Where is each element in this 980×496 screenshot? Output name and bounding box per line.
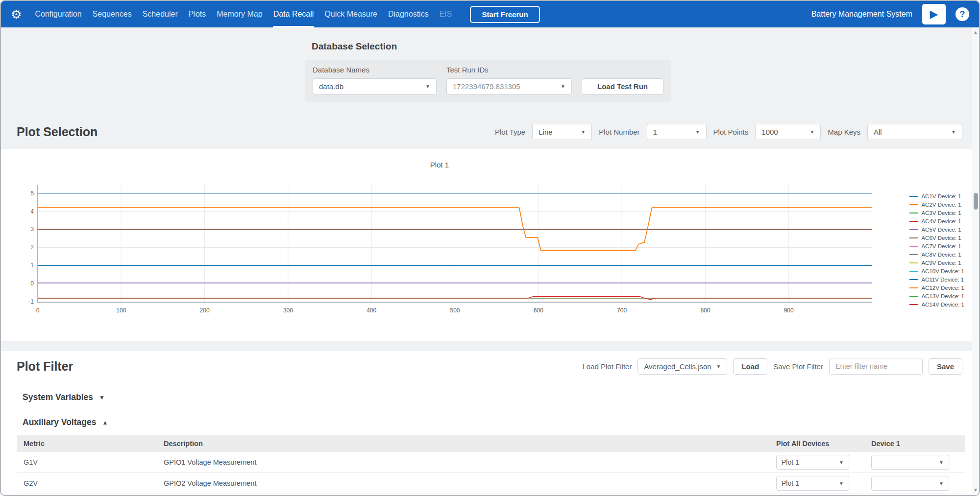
plot-all-devices-dropdown[interactable]: Plot 1▼ — [776, 455, 849, 470]
svg-text:5: 5 — [30, 190, 34, 197]
scrollbar-down-arrow-icon[interactable]: ▼ — [972, 486, 979, 494]
scrollbar-up-arrow-icon[interactable]: ▲ — [972, 28, 979, 36]
svg-text:200: 200 — [200, 307, 210, 314]
legend-swatch — [909, 262, 918, 263]
plot-filter-section: Plot Filter Load Plot Filter Averaged_Ce… — [1, 351, 979, 496]
legend-item[interactable]: AC9V Device: 1 — [909, 259, 964, 267]
legend-item[interactable]: AC2V Device: 1 — [909, 200, 964, 209]
database-selection-section: Database Selection Database Names data.d… — [1, 27, 979, 102]
legend-label: AC8V Device: 1 — [921, 252, 961, 258]
legend-item[interactable]: AC10V Device: 1 — [909, 267, 964, 275]
system-variables-toggle[interactable]: System Variables ▼ — [23, 392, 979, 402]
table-row: G3VGPIO3 Voltage MeasurementPlot 1▼▼ — [17, 494, 965, 496]
start-freerun-button[interactable]: Start Freerun — [470, 6, 539, 23]
legend-item[interactable]: AC14V Device: 1 — [909, 300, 964, 308]
nav-item-scheduler[interactable]: Scheduler — [137, 1, 183, 27]
dropdown-value: 1 — [653, 128, 657, 136]
svg-text:600: 600 — [534, 307, 543, 314]
plot-title: Plot 1 — [1, 161, 878, 169]
plot-points-dropdown[interactable]: 1000 ▼ — [755, 124, 821, 140]
legend-item[interactable]: AC7V Device: 1 — [909, 242, 964, 250]
legend-label: AC9V Device: 1 — [921, 260, 961, 266]
chevron-down-icon: ▼ — [809, 129, 814, 135]
nav-item-diagnostics[interactable]: Diagnostics — [383, 1, 434, 27]
map-keys-dropdown[interactable]: All ▼ — [867, 124, 962, 140]
svg-text:300: 300 — [283, 307, 293, 314]
nav-right-group: Battery Management System ▶ ? — [811, 4, 969, 24]
chevron-down-icon: ▼ — [695, 129, 700, 135]
legend-label: AC12V Device: 1 — [921, 285, 964, 291]
plot-selection-title: Plot Selection — [17, 125, 98, 139]
legend-item[interactable]: AC8V Device: 1 — [909, 250, 964, 259]
svg-text:0: 0 — [36, 307, 40, 314]
help-button[interactable]: ? — [956, 7, 969, 21]
line-chart[interactable]: 0100200300400500600700800900-1012345 — [9, 179, 878, 326]
plot-filter-header-row: Plot Filter Load Plot Filter Averaged_Ce… — [17, 358, 962, 375]
legend-item[interactable]: AC6V Device: 1 — [909, 234, 964, 242]
nav-item-plots[interactable]: Plots — [183, 1, 212, 27]
legend-item[interactable]: AC4V Device: 1 — [909, 217, 964, 225]
plot-all-devices-cell: Plot 1▼ — [769, 494, 864, 496]
table-header-row: Metric Description Plot All Devices Devi… — [17, 435, 965, 452]
auxiliary-voltages-table: Metric Description Plot All Devices Devi… — [17, 435, 965, 496]
scrollbar-thumb[interactable] — [974, 193, 978, 210]
database-names-field: Database Names data.db ▼ — [313, 66, 437, 94]
legend-item[interactable]: AC11V Device: 1 — [909, 275, 964, 283]
plot-all-devices-dropdown[interactable]: Plot 1▼ — [776, 476, 849, 491]
filter-name-input[interactable] — [829, 358, 923, 375]
chevron-down-icon: ▼ — [716, 364, 721, 369]
svg-text:100: 100 — [116, 307, 126, 314]
load-test-run-button[interactable]: Load Test Run — [582, 78, 663, 94]
plot-number-dropdown[interactable]: 1 ▼ — [647, 124, 707, 140]
test-run-ids-dropdown[interactable]: 1722394679.831305 ▼ — [446, 78, 572, 94]
device-1-cell: ▼ — [864, 494, 965, 496]
legend-item[interactable]: AC3V Device: 1 — [909, 209, 964, 217]
nav-item-data-recall[interactable]: Data Recall — [268, 1, 319, 27]
legend-label: AC2V Device: 1 — [921, 202, 961, 208]
plot-type-dropdown[interactable]: Line ▼ — [532, 124, 592, 140]
chevron-down-icon: ▼ — [561, 84, 565, 89]
load-filter-button[interactable]: Load — [733, 358, 767, 375]
run-play-button[interactable]: ▶ — [922, 4, 946, 24]
chevron-down-icon: ▼ — [839, 481, 844, 486]
save-filter-button[interactable]: Save — [929, 358, 962, 375]
legend-item[interactable]: AC12V Device: 1 — [909, 283, 964, 292]
nav-item-configuration[interactable]: Configuration — [29, 1, 87, 27]
chevron-down-icon: ▼ — [425, 84, 430, 89]
database-names-dropdown[interactable]: data.db ▼ — [313, 78, 437, 94]
legend-item[interactable]: AC5V Device: 1 — [909, 225, 964, 234]
legend-label: AC7V Device: 1 — [921, 243, 961, 249]
device-1-dropdown[interactable]: ▼ — [871, 476, 949, 491]
svg-text:1: 1 — [30, 262, 34, 269]
legend-label: AC6V Device: 1 — [921, 235, 961, 241]
plot-filter-controls: Load Plot Filter Averaged_Cells.json ▼ L… — [583, 358, 963, 375]
nav-item-quick-measure[interactable]: Quick Measure — [319, 1, 383, 27]
plot-all-devices-cell: Plot 1▼ — [769, 473, 864, 494]
legend-swatch — [909, 229, 918, 230]
svg-text:700: 700 — [617, 307, 627, 314]
load-plot-filter-dropdown[interactable]: Averaged_Cells.json ▼ — [637, 358, 727, 375]
nav-items: ConfigurationSequencesSchedulerPlotsMemo… — [29, 1, 457, 27]
legend-item[interactable]: AC1V Device: 1 — [909, 192, 964, 200]
system-variables-label: System Variables — [23, 392, 93, 402]
svg-text:-1: -1 — [28, 298, 34, 305]
device-1-dropdown[interactable]: ▼ — [871, 455, 949, 470]
save-plot-filter-label: Save Plot Filter — [773, 362, 823, 371]
top-navigation-bar: ⚙ ConfigurationSequencesSchedulerPlotsMe… — [1, 1, 979, 27]
auxiliary-voltages-toggle[interactable]: Auxiliary Voltages ▲ — [23, 417, 979, 427]
nav-item-sequences[interactable]: Sequences — [87, 1, 137, 27]
table-row: G2VGPIO2 Voltage MeasurementPlot 1▼▼ — [17, 473, 965, 494]
dropdown-value: Plot 1 — [782, 479, 799, 487]
chart-legend: AC1V Device: 1AC2V Device: 1AC3V Device:… — [909, 192, 964, 308]
legend-swatch — [909, 213, 918, 213]
nav-item-eis[interactable]: EIS — [434, 1, 458, 27]
dropdown-value: 1722394679.831305 — [453, 82, 520, 91]
legend-swatch — [909, 237, 918, 238]
vertical-scrollbar[interactable]: ▲ ▼ — [972, 27, 979, 495]
metric-cell: G1V — [17, 452, 157, 473]
app-title: Battery Management System — [811, 10, 912, 19]
nav-item-memory-map[interactable]: Memory Map — [211, 1, 268, 27]
legend-item[interactable]: AC13V Device: 1 — [909, 292, 964, 300]
plot-points-label: Plot Points — [713, 128, 749, 136]
settings-gear-icon[interactable]: ⚙ — [11, 8, 22, 21]
